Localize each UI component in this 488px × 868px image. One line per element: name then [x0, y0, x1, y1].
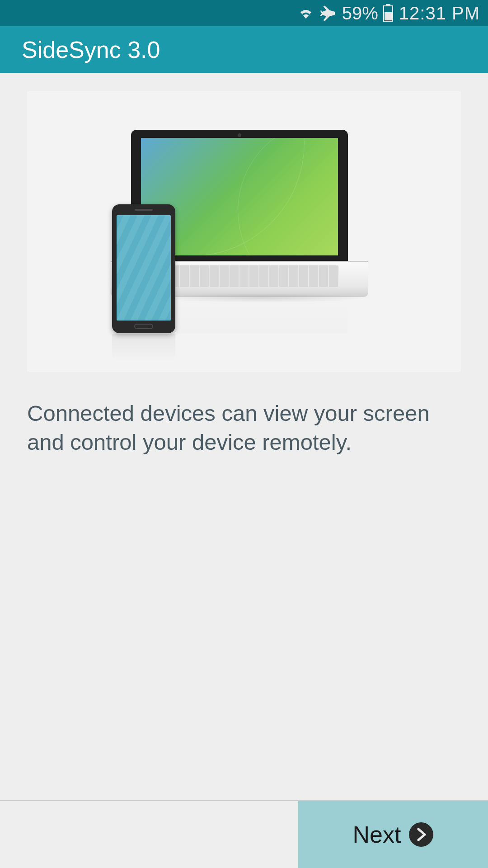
bottom-bar: Next: [0, 800, 488, 868]
status-bar: 59% 12:31 PM: [0, 0, 488, 26]
app-header: SideSync 3.0: [0, 26, 488, 73]
description-text: Connected devices can view your screen a…: [27, 399, 461, 457]
battery-percent: 59%: [342, 3, 378, 24]
illustration-card: [27, 91, 461, 372]
chevron-right-icon: [409, 822, 433, 847]
wifi-icon: [297, 6, 315, 20]
battery-icon: [383, 4, 394, 22]
status-icons: 59%: [297, 3, 394, 24]
main-content: Connected devices can view your screen a…: [0, 73, 488, 457]
devices-illustration: [108, 130, 380, 333]
svg-rect-2: [385, 12, 392, 20]
status-time: 12:31 PM: [399, 3, 480, 24]
bottom-spacer: [0, 801, 298, 868]
next-button-label: Next: [353, 821, 401, 848]
phone-icon: [112, 204, 175, 333]
next-button[interactable]: Next: [298, 801, 488, 868]
app-title: SideSync 3.0: [22, 36, 160, 63]
airplane-icon: [319, 4, 338, 22]
